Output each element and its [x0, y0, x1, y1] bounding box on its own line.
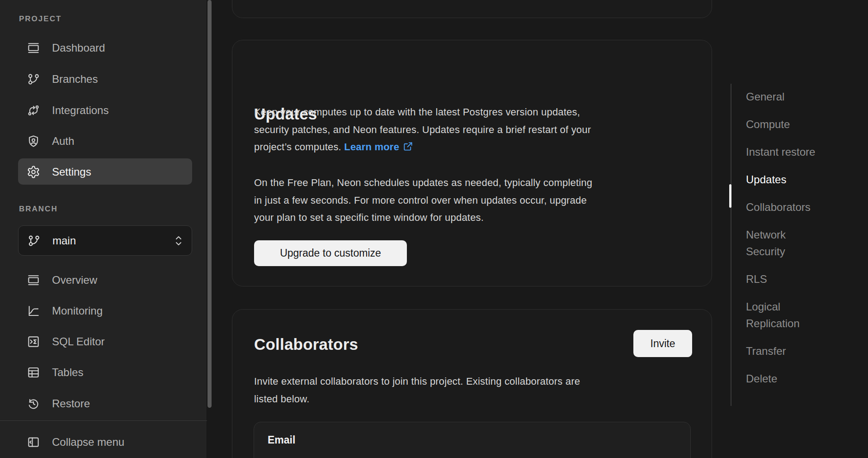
branch-icon	[27, 234, 41, 248]
section-nav-general[interactable]: General	[746, 88, 818, 105]
section-nav-logical-replication[interactable]: Logical Replication	[746, 298, 818, 332]
invite-button[interactable]: Invite	[633, 330, 692, 357]
section-nav-track	[731, 84, 731, 406]
collaborators-card-title: Collaborators	[254, 335, 358, 353]
sidebar-item-label: Auth	[52, 135, 74, 148]
sidebar-item-dashboard[interactable]: Dashboard	[0, 35, 207, 61]
branch-selector-value: main	[52, 234, 174, 247]
sidebar-item-label: Settings	[52, 166, 91, 178]
branches-icon	[26, 72, 41, 86]
dashboard-icon	[26, 41, 41, 55]
integrations-icon	[26, 103, 41, 118]
sidebar-item-overview[interactable]: Overview	[0, 267, 207, 293]
collaborators-description: Invite external collaborators to join th…	[254, 373, 699, 408]
section-nav-updates[interactable]: Updates	[746, 171, 818, 188]
sidebar-item-restore[interactable]: Restore	[0, 391, 207, 417]
sidebar-scrollbar-thumb[interactable]	[208, 0, 212, 408]
sidebar-item-label: Tables	[52, 366, 83, 379]
sidebar-item-label: Integrations	[52, 104, 108, 117]
sidebar-item-monitoring[interactable]: Monitoring	[0, 298, 207, 324]
section-nav-network-security[interactable]: Network Security	[746, 226, 818, 260]
sidebar-item-label: Monitoring	[52, 305, 103, 317]
sidebar-item-label: Overview	[52, 274, 97, 286]
upgrade-to-customize-button[interactable]: Upgrade to customize	[254, 240, 407, 266]
auth-icon	[26, 134, 41, 148]
restore-icon	[26, 396, 41, 411]
sidebar-item-label: Branches	[52, 73, 98, 86]
section-nav-rls[interactable]: RLS	[746, 271, 818, 287]
sidebar-divider	[0, 420, 207, 421]
monitoring-icon	[26, 304, 41, 318]
updates-description: Keep your computes up to date with the l…	[254, 104, 699, 156]
collapse-panel-icon	[26, 435, 41, 449]
settings-section-nav: General Compute Instant restore Updates …	[746, 88, 818, 398]
sidebar-item-auth[interactable]: Auth	[0, 128, 207, 154]
active-section-indicator	[729, 184, 731, 208]
collaborators-table: Email	[254, 422, 691, 458]
branch-section-label: BRANCH	[19, 205, 58, 214]
overview-icon	[26, 273, 41, 287]
sidebar-item-sql-editor[interactable]: SQL Editor	[0, 329, 207, 355]
settings-icon	[26, 165, 41, 179]
up-down-chevron-icon	[174, 234, 184, 248]
tables-icon	[26, 365, 41, 380]
section-nav-transfer[interactable]: Transfer	[746, 343, 818, 359]
sidebar-item-tables[interactable]: Tables	[0, 359, 207, 386]
section-nav-collaborators[interactable]: Collaborators	[746, 199, 818, 215]
project-section-label: PROJECT	[19, 14, 61, 24]
project-sidebar: PROJECT Dashboard Branches	[0, 0, 207, 458]
sidebar-item-label: Restore	[52, 397, 90, 410]
section-nav-instant-restore[interactable]: Instant restore	[746, 143, 818, 160]
collaborators-card: Collaborators Invite Invite external col…	[232, 309, 712, 458]
sidebar-item-integrations[interactable]: Integrations	[0, 97, 207, 124]
section-nav-compute[interactable]: Compute	[746, 116, 818, 133]
neon-console-settings-page: PROJECT Dashboard Branches	[0, 0, 868, 458]
collaborators-table-email-header: Email	[268, 434, 295, 446]
previous-card-partial	[232, 0, 712, 18]
sidebar-item-label: Dashboard	[52, 42, 105, 54]
collapse-menu-label: Collapse menu	[52, 436, 124, 448]
sidebar-item-label: SQL Editor	[52, 335, 105, 348]
updates-card: Updates Keep your computes up to date wi…	[232, 40, 712, 286]
external-link-icon	[403, 141, 413, 152]
branch-selector[interactable]: main	[18, 225, 192, 256]
updates-description-text: Keep your computes up to date with the l…	[254, 106, 591, 153]
section-nav-delete[interactable]: Delete	[746, 370, 818, 387]
collapse-menu-button[interactable]: Collapse menu	[0, 429, 207, 455]
learn-more-link[interactable]: Learn more	[344, 141, 399, 153]
sql-editor-icon	[26, 334, 41, 349]
updates-free-plan-text: On the Free Plan, Neon schedules updates…	[254, 174, 699, 227]
sidebar-item-branches[interactable]: Branches	[0, 66, 207, 92]
sidebar-item-settings[interactable]: Settings	[0, 159, 207, 185]
